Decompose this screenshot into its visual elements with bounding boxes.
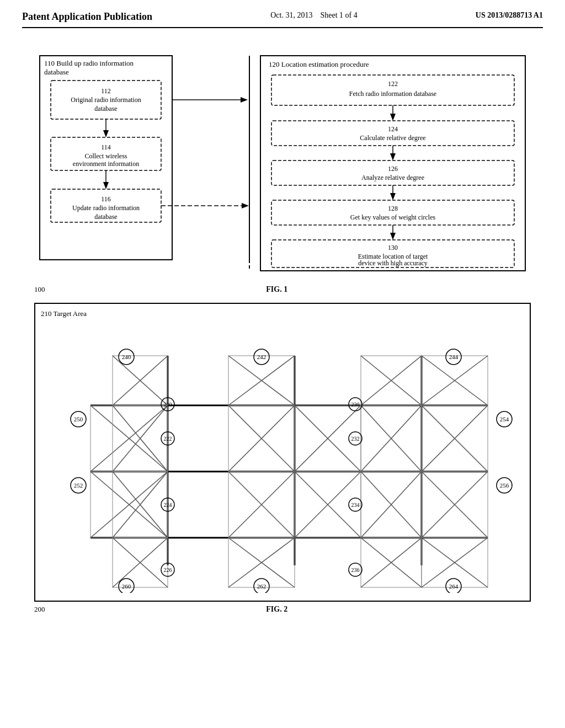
svg-rect-41 [271, 200, 514, 225]
svg-text:database: database [44, 68, 69, 76]
svg-text:252: 252 [74, 482, 83, 489]
svg-text:Calculate relative degree: Calculate relative degree [360, 134, 425, 142]
fig1-number: 100 [34, 285, 45, 294]
fig2-title: FIG. 2 [266, 605, 287, 614]
svg-marker-45 [390, 233, 396, 240]
svg-marker-30 [390, 114, 396, 121]
svg-text:264: 264 [449, 583, 459, 590]
header-center: Oct. 31, 2013 Sheet 1 of 4 [270, 11, 357, 20]
svg-text:124: 124 [388, 125, 398, 133]
svg-text:Analyze relative degree: Analyze relative degree [361, 174, 424, 181]
svg-text:128: 128 [388, 205, 398, 212]
svg-text:256: 256 [500, 482, 509, 489]
svg-text:Fetch radio information databa: Fetch radio information database [349, 90, 436, 98]
fig1-label-row: 100 FIG. 1 [34, 285, 531, 294]
svg-text:126: 126 [388, 165, 398, 173]
svg-text:122: 122 [388, 80, 398, 88]
publication-title: Patent Application Publication [22, 11, 152, 23]
fig2-number: 200 [34, 605, 45, 614]
fig1-diagram: 110 Build up radio information database … [23, 45, 542, 282]
svg-text:114: 114 [101, 143, 111, 151]
svg-text:130: 130 [388, 244, 398, 251]
svg-text:database: database [94, 105, 117, 113]
svg-text:260: 260 [122, 583, 131, 590]
sheet-info: Sheet 1 of 4 [320, 11, 357, 19]
svg-text:232: 232 [351, 436, 360, 442]
svg-text:240: 240 [122, 354, 131, 360]
svg-text:250: 250 [74, 416, 83, 422]
patent-number: US 2013/0288713 A1 [476, 11, 543, 20]
svg-marker-35 [390, 153, 396, 160]
fig2-label-row: 200 FIG. 2 [34, 605, 531, 614]
svg-text:242: 242 [257, 354, 266, 360]
fig1-title: FIG. 1 [266, 285, 287, 294]
svg-text:220: 220 [164, 402, 172, 408]
svg-text:234: 234 [351, 502, 360, 508]
svg-text:device with high accuracy: device with high accuracy [358, 259, 428, 267]
svg-text:110 Build up radio information: 110 Build up radio information [44, 59, 134, 67]
fig2-diagram: 240 242 244 250 252 254 256 260 262 264 … [41, 323, 526, 593]
svg-text:254: 254 [500, 416, 509, 422]
svg-text:112: 112 [101, 87, 111, 95]
page-header: Patent Application Publication Oct. 31, … [22, 11, 543, 28]
svg-text:Update radio information: Update radio information [72, 204, 140, 212]
fig2-container: 210 Target Area [34, 303, 531, 602]
svg-text:226: 226 [164, 567, 172, 573]
fig2-area-title: 210 Target Area [41, 309, 524, 318]
svg-text:224: 224 [164, 502, 172, 508]
svg-text:database: database [94, 213, 117, 221]
svg-rect-31 [271, 121, 514, 146]
svg-text:116: 116 [101, 195, 111, 203]
svg-text:Get key values of weight circl: Get key values of weight circles [350, 213, 436, 221]
svg-text:120 Location estimation proced: 120 Location estimation procedure [269, 60, 369, 68]
svg-text:230: 230 [351, 402, 360, 408]
svg-marker-14 [103, 182, 109, 189]
svg-text:Collect wireless: Collect wireless [85, 152, 127, 160]
svg-marker-20 [242, 203, 249, 208]
svg-rect-36 [271, 160, 514, 185]
publication-date: Oct. 31, 2013 [270, 11, 312, 19]
svg-marker-40 [390, 193, 396, 200]
svg-text:244: 244 [449, 354, 459, 360]
svg-marker-8 [103, 130, 109, 137]
svg-text:262: 262 [257, 583, 266, 590]
svg-text:222: 222 [164, 436, 172, 442]
svg-text:Original radio information: Original radio information [71, 96, 141, 104]
svg-text:236: 236 [351, 567, 360, 573]
svg-text:environment information: environment information [73, 160, 139, 168]
svg-marker-23 [241, 97, 248, 103]
